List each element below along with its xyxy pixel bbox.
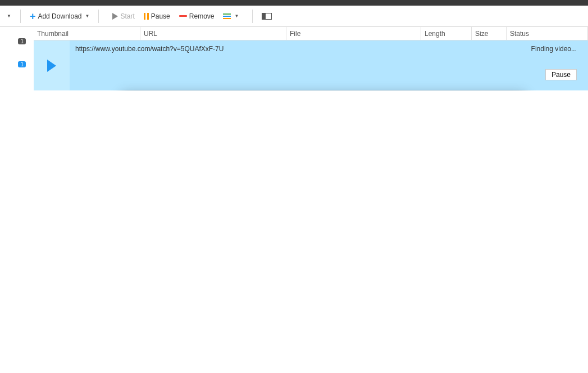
window-titlebar xyxy=(0,0,588,6)
chevron-down-icon: ▼ xyxy=(85,13,90,19)
add-download-button[interactable]: + Add Download ▼ xyxy=(26,10,93,23)
sidebar: 1 1 xyxy=(0,27,34,91)
separator xyxy=(98,10,99,23)
col-status[interactable]: Status xyxy=(507,27,588,40)
sidebar-badge: 1 xyxy=(18,61,26,67)
col-size[interactable]: Size xyxy=(472,27,507,40)
pause-icon xyxy=(144,13,149,20)
separator xyxy=(252,10,253,23)
column-headers: Thumbnail URL File Length Size Status xyxy=(34,27,588,40)
col-length[interactable]: Length xyxy=(421,27,472,40)
toolbar-dropdown-left[interactable]: ▼ xyxy=(2,12,15,20)
pause-label: Pause xyxy=(151,12,170,20)
pause-button[interactable]: Pause xyxy=(140,11,174,22)
row-pause-button[interactable]: Pause xyxy=(545,69,577,80)
download-status: Finding video... xyxy=(531,45,577,53)
col-url[interactable]: URL xyxy=(140,27,286,40)
chevron-down-icon: ▼ xyxy=(234,13,239,19)
play-icon xyxy=(47,60,56,72)
layout-icon xyxy=(262,13,272,20)
start-button[interactable]: Start xyxy=(109,11,138,22)
thumbnail-cell xyxy=(34,40,70,90)
separator xyxy=(20,10,21,23)
filter-lines-button[interactable]: ▼ xyxy=(220,12,242,21)
remove-button[interactable]: Remove xyxy=(176,11,218,22)
start-label: Start xyxy=(120,12,134,20)
layout-toggle-button[interactable] xyxy=(258,11,275,21)
plus-icon: + xyxy=(30,11,36,21)
add-download-label: Add Download xyxy=(38,12,81,20)
lines-icon xyxy=(223,13,231,19)
download-url: https://www.youtube.com/watch?v=5QUAfXxF… xyxy=(70,40,229,90)
play-icon xyxy=(112,13,118,20)
minus-icon xyxy=(179,15,187,17)
sidebar-badge: 1 xyxy=(18,38,26,44)
col-file[interactable]: File xyxy=(286,27,421,40)
main-toolbar: ▼ + Add Download ▼ Start Pause Remove ▼ xyxy=(0,6,588,27)
download-row[interactable]: https://www.youtube.com/watch?v=5QUAfXxF… xyxy=(34,40,588,91)
col-thumbnail[interactable]: Thumbnail xyxy=(34,27,140,40)
chevron-down-icon: ▼ xyxy=(7,13,11,19)
remove-label: Remove xyxy=(189,12,215,20)
